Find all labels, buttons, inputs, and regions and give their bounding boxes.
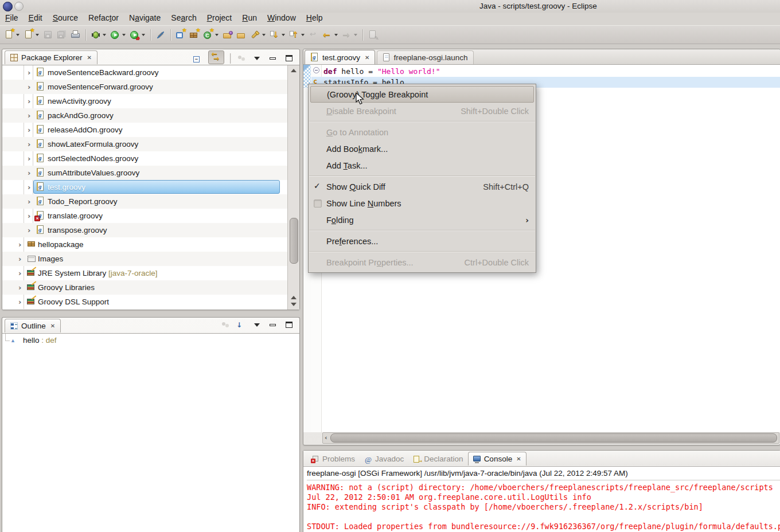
tree-item[interactable]: ›Groovy Libraries [2,280,299,295]
run-button[interactable] [109,28,127,42]
tree-item[interactable]: ›sortSelectedNodes.groovy [2,151,299,166]
new-button[interactable] [3,28,21,42]
menu-window[interactable]: Window [262,13,301,24]
print-button[interactable] [69,28,82,42]
close-icon[interactable]: ✕ [86,54,92,61]
menu-project[interactable]: Project [202,13,237,24]
console-tab-declaration[interactable]: Declaration [408,452,467,466]
minimize-icon[interactable] [268,320,279,330]
expand-arrow-icon[interactable]: › [28,123,30,137]
scroll-up-icon[interactable] [291,69,297,72]
close-icon[interactable]: ✕ [515,456,521,462]
view-menu-icon[interactable] [252,54,263,63]
expand-arrow-icon[interactable]: › [28,194,30,209]
menu-item-preferences[interactable]: Preferences... [309,233,536,249]
close-icon[interactable]: ✕ [49,323,55,329]
tree-item[interactable]: ›✕translate.groovy [2,209,299,223]
focus-dots-icon[interactable] [220,320,231,330]
expand-arrow-icon[interactable]: › [28,223,30,237]
dropdown-chevron-icon[interactable] [36,34,39,36]
menu-navigate[interactable]: Navigate [124,13,166,24]
view-menu-icon[interactable] [252,320,263,330]
horizontal-scrollbar[interactable]: ‹ [322,432,779,444]
dropdown-chevron-icon[interactable] [122,34,126,36]
menu-item-show-quick-diff[interactable]: ✓Show Quick DiffShift+Ctrl+Q [309,178,536,195]
focus-dots-icon[interactable] [236,54,247,63]
search-button[interactable] [249,28,267,42]
scrollbar-thumb[interactable] [290,218,298,264]
new-wizard-button[interactable] [22,28,41,42]
editor-tab-freeplane-osgi.launch[interactable]: freeplane-osgi.launch [377,50,473,64]
dropdown-chevron-icon[interactable] [16,34,20,36]
expand-arrow-icon[interactable]: › [18,237,21,252]
dropdown-chevron-icon[interactable] [334,34,338,36]
outline-item-hello[interactable]: ▲ hello : def [2,334,299,347]
menu-item-add-bookmark[interactable]: Add Bookmark... [309,140,536,157]
dropdown-chevron-icon[interactable] [103,34,106,36]
maximize-icon[interactable] [284,320,295,330]
console-tab-problems[interactable]: Problems [307,452,360,466]
dropdown-chevron-icon[interactable] [282,34,285,36]
expand-arrow-icon[interactable]: › [28,180,30,194]
sort-icon[interactable] [236,320,247,330]
menu-source[interactable]: Source [48,13,83,24]
expand-arrow-icon[interactable]: › [28,80,30,94]
expand-arrow-icon[interactable]: › [28,166,30,180]
scroll-down-icon[interactable] [291,303,297,306]
collapse-all-icon[interactable] [192,54,202,63]
dropdown-chevron-icon[interactable] [262,34,266,36]
tree-item[interactable]: ›hellopackage [2,237,299,252]
editor-tab-test.groovy[interactable]: test.groovy✕ [305,50,375,64]
dropdown-chevron-icon[interactable] [301,34,305,36]
tree-item[interactable]: ›JRE System Library [java-7-oracle] [2,266,299,280]
expand-arrow-icon[interactable]: › [18,280,21,295]
console-tab-javadoc[interactable]: Javadoc [360,452,408,466]
new-groovy-class-button[interactable] [174,28,187,42]
menu-item-groovy-toggle-breakpoint[interactable]: (Groovy) Toggle Breakpoint [310,86,534,103]
expand-arrow-icon[interactable]: › [28,151,30,166]
menu-file[interactable]: File [0,13,24,24]
tree-item[interactable]: ›releaseAddOn.groovy [2,123,299,137]
next-annotation-button[interactable] [268,28,287,42]
link-with-editor-icon[interactable] [208,50,224,64]
menu-refactor[interactable]: Refactor [83,13,124,24]
expand-arrow-icon[interactable]: › [28,209,30,223]
expand-arrow-icon[interactable]: › [28,94,30,108]
fold-collapse-icon[interactable] [313,67,319,73]
expand-arrow-icon[interactable]: › [18,266,21,280]
tree-item[interactable]: ›showLatexFormula.groovy [2,137,299,151]
expand-arrow-icon[interactable]: › [28,137,30,151]
run-config-button[interactable] [128,28,147,42]
back-button[interactable] [321,28,340,42]
vertical-scrollbar[interactable] [287,65,299,310]
checkbox-icon[interactable] [314,200,322,208]
tree-item[interactable]: ›Images [2,252,299,266]
scroll-left-icon[interactable]: ‹ [325,435,327,441]
outline-tab[interactable]: Outline ✕ [5,319,61,332]
new-package-button[interactable] [188,28,201,42]
open-type-button[interactable] [221,28,234,42]
open-resource-button[interactable] [235,28,248,42]
tree-item[interactable]: ›moveSentenceForward.groovy [2,80,299,94]
minimize-icon[interactable] [268,54,279,63]
tree-item[interactable]: ›Todo_Report.groovy [2,194,299,209]
previous-annotation-button[interactable] [288,28,306,42]
debug-button[interactable] [89,28,108,42]
new-class-button[interactable] [202,28,220,42]
tree-item[interactable]: ›sumAttributeValues.groovy [2,166,299,180]
console-tab-console[interactable]: Console✕ [468,452,526,466]
scrollbar-thumb[interactable] [330,433,777,443]
menu-item-folding[interactable]: Folding› [309,212,536,228]
dropdown-chevron-icon[interactable] [215,34,219,36]
menu-item-show-line-numbers[interactable]: Show Line Numbers [309,195,536,212]
tree-item[interactable]: ›packAndGo.groovy [2,108,299,123]
tree-item[interactable]: ›newActivity.groovy [2,94,299,108]
menu-search[interactable]: Search [166,13,201,24]
tree-item[interactable]: ›Groovy DSL Support [2,295,299,309]
menu-run[interactable]: Run [237,13,262,24]
tree-item[interactable]: ›test.groovy [2,180,299,194]
menu-item-add-task[interactable]: Add Task... [309,157,536,174]
package-explorer-tab[interactable]: Package Explorer ✕ [5,50,98,64]
expand-arrow-icon[interactable]: › [28,65,30,80]
expand-arrow-icon[interactable]: › [18,295,21,309]
